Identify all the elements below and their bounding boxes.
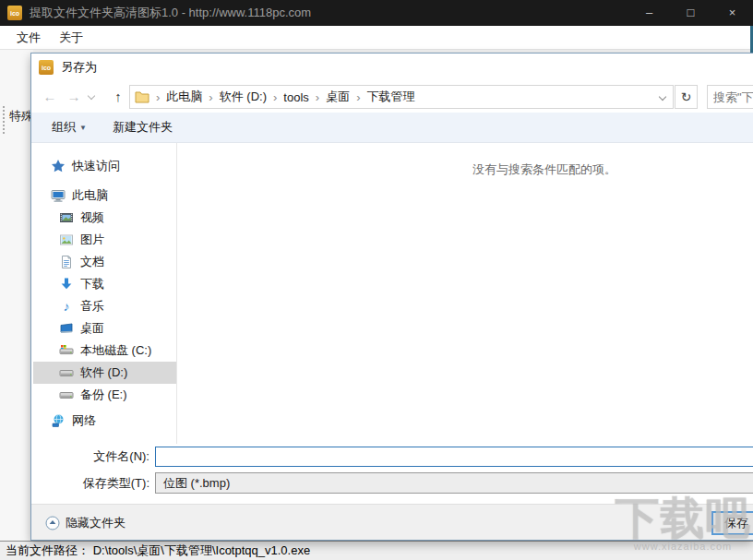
menu-file[interactable]: 文件 xyxy=(17,26,41,50)
save-type-row: 保存类型(T): 位图 (*.bmp) xyxy=(31,471,753,496)
breadcrumb-separator-icon: › xyxy=(149,90,166,104)
breadcrumb-separator-icon: › xyxy=(350,90,366,104)
new-folder-button[interactable]: 新建文件夹 xyxy=(113,113,173,142)
sidebar-item-label: 桌面 xyxy=(80,320,104,337)
documents-icon xyxy=(59,255,74,269)
refresh-button[interactable]: ↻ xyxy=(675,85,698,109)
search-input[interactable] xyxy=(708,86,753,108)
drive-icon xyxy=(59,343,74,358)
chevron-down-icon[interactable] xyxy=(659,93,666,101)
app-window: ico 提取文件文件夹高清图标1.0 - http://www.1118pc.c… xyxy=(0,0,753,560)
pictures-icon xyxy=(59,232,74,247)
app-statusbar: 当前文件路径： D:\tools\桌面\下载管理\Icotptqq_v1.0.e… xyxy=(0,541,753,560)
sidebar-item-label: 此电脑 xyxy=(72,187,108,204)
app-menubar: 文件 关于 xyxy=(0,26,753,50)
collapse-up-icon xyxy=(45,516,60,530)
back-icon[interactable]: ← xyxy=(39,81,61,113)
sidebar-item-drive-d[interactable]: 软件 (D:) xyxy=(33,362,176,384)
network-icon xyxy=(51,413,66,428)
save-type-label: 保存类型(T): xyxy=(31,471,149,496)
breadcrumb-drive-d[interactable]: 软件 (D:) xyxy=(220,89,267,105)
save-type-select[interactable]: 位图 (*.bmp) xyxy=(155,472,753,494)
dialog-titlebar[interactable]: ico 另存为 xyxy=(31,54,753,81)
breadcrumb-desktop[interactable]: 桌面 xyxy=(326,89,350,105)
sidebar-item-label: 本地磁盘 (C:) xyxy=(80,342,151,359)
dialog-title: 另存为 xyxy=(61,54,97,81)
toolbar-grip-icon xyxy=(3,106,5,134)
sidebar-item-downloads[interactable]: 下载 xyxy=(33,273,176,295)
filename-label: 文件名(N): xyxy=(31,444,149,470)
empty-search-message: 没有与搜索条件匹配的项。 xyxy=(472,161,616,178)
filename-input[interactable] xyxy=(155,447,753,467)
breadcrumb-separator-icon: › xyxy=(309,90,326,104)
sidebar-item-label: 下载 xyxy=(80,276,104,292)
forward-icon[interactable]: → xyxy=(63,81,85,113)
up-icon[interactable]: ↑ xyxy=(107,81,129,113)
sidebar-item-pictures[interactable]: 图片 xyxy=(33,229,176,251)
minimize-button[interactable]: – xyxy=(628,0,670,26)
sidebar-item-drive-c[interactable]: 本地磁盘 (C:) xyxy=(33,340,176,362)
star-icon xyxy=(51,159,66,173)
dropdown-arrow-icon: ▼ xyxy=(79,124,87,132)
breadcrumb-download-manager[interactable]: 下载管理 xyxy=(366,89,414,105)
sidebar-item-drive-e[interactable]: 备份 (E:) xyxy=(33,384,176,406)
video-icon xyxy=(59,210,74,225)
menu-about[interactable]: 关于 xyxy=(59,26,83,50)
status-path: D:\tools\桌面\下载管理\Icotptqq_v1.0.exe xyxy=(93,543,311,557)
breadcrumb-separator-icon: › xyxy=(202,90,219,104)
app-titlebar: ico 提取文件文件夹高清图标1.0 - http://www.1118pc.c… xyxy=(0,0,753,26)
dialog-icon: ico xyxy=(39,60,54,75)
app-title: 提取文件文件夹高清图标1.0 - http://www.1118pc.com xyxy=(30,0,311,26)
sidebar-item-videos[interactable]: 视频 xyxy=(33,207,176,229)
search-box xyxy=(707,85,753,109)
breadcrumb-separator-icon: › xyxy=(267,90,283,104)
downloads-icon xyxy=(59,277,74,292)
sidebar-item-label: 图片 xyxy=(80,232,104,248)
hide-folders-label: 隐藏文件夹 xyxy=(66,515,126,531)
drive-icon xyxy=(59,387,74,402)
music-icon: ♪ xyxy=(59,299,74,314)
sidebar-item-label: 软件 (D:) xyxy=(80,364,127,381)
organize-button[interactable]: 组织▼ xyxy=(52,113,87,143)
organize-label: 组织 xyxy=(52,120,76,134)
folder-icon xyxy=(135,90,149,103)
sidebar-item-label: 网络 xyxy=(72,412,96,429)
breadcrumb-tools[interactable]: tools xyxy=(283,90,308,104)
sidebar-divider xyxy=(176,143,177,444)
sidebar-item-label: 备份 (E:) xyxy=(80,387,127,403)
status-label: 当前文件路径： xyxy=(6,543,90,557)
save-button[interactable]: 保存 xyxy=(711,511,753,535)
sidebar-item-label: 视频 xyxy=(80,209,104,226)
hide-folders-button[interactable]: 隐藏文件夹 xyxy=(45,514,126,532)
desktop-icon xyxy=(59,321,74,336)
refresh-icon: ↻ xyxy=(681,89,692,104)
app-icon: ico xyxy=(7,6,22,20)
dialog-bottombar: 隐藏文件夹 保存 xyxy=(31,504,753,541)
app-toolbar-strip: 特殊 xyxy=(0,50,33,541)
sidebar-item-network[interactable]: 网络 xyxy=(33,410,176,432)
drive-icon xyxy=(59,365,74,380)
sidebar-item-quick-access[interactable]: 快速访问 xyxy=(33,155,176,177)
command-bar: 组织▼ 新建文件夹 xyxy=(31,113,753,143)
breadcrumb-this-pc[interactable]: 此电脑 xyxy=(166,89,202,105)
sidebar-item-label: 文档 xyxy=(80,254,104,270)
navigation-bar: ← → ↑ › 此电脑 › 软件 (D:) › tools › 桌面 › 下载管… xyxy=(31,81,753,113)
sidebar-item-label: 音乐 xyxy=(80,298,104,315)
sidebar-item-music[interactable]: ♪ 音乐 xyxy=(33,295,176,317)
chevron-down-icon[interactable] xyxy=(88,92,95,100)
sidebar-item-documents[interactable]: 文档 xyxy=(33,251,176,273)
address-bar[interactable]: › 此电脑 › 软件 (D:) › tools › 桌面 › 下载管理 xyxy=(129,85,674,109)
sidebar-item-desktop[interactable]: 桌面 xyxy=(33,317,176,340)
sidebar-item-label: 快速访问 xyxy=(72,158,120,174)
save-as-dialog: ico 另存为 ← → ↑ › 此电脑 › 软件 (D:) › tools › … xyxy=(30,53,753,541)
maximize-button[interactable]: □ xyxy=(670,0,711,26)
filename-row: 文件名(N): xyxy=(31,444,753,470)
computer-icon xyxy=(51,188,66,203)
sidebar-item-this-pc[interactable]: 此电脑 xyxy=(33,185,176,207)
close-button[interactable]: × xyxy=(711,0,753,26)
dialog-body: 快速访问 此电脑 视频 图片 xyxy=(31,143,753,444)
